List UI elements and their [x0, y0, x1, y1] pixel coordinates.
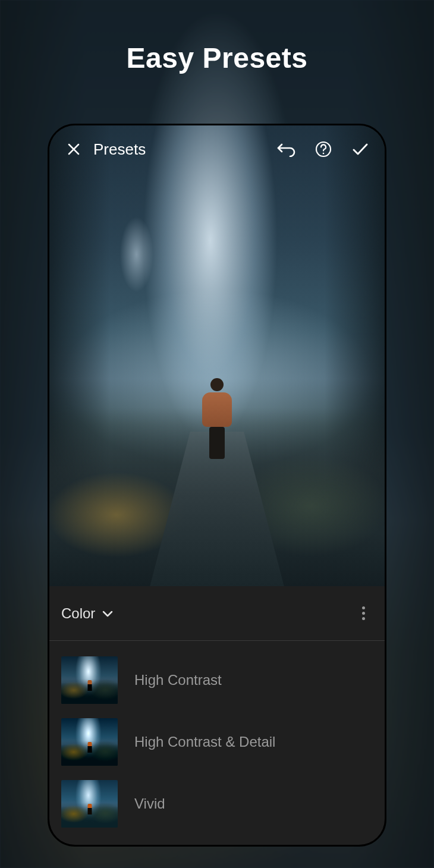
more-options-button[interactable] [354, 604, 373, 623]
undo-button[interactable] [274, 137, 299, 162]
phone-frame: Presets Color [48, 124, 386, 847]
check-icon [352, 143, 369, 156]
help-button[interactable] [311, 137, 336, 162]
editor-topbar: Presets [49, 125, 385, 173]
close-button[interactable] [61, 137, 86, 162]
preset-name-label: Vivid [134, 795, 165, 812]
category-label-text: Color [61, 605, 95, 622]
preset-list: High Contrast High Contrast & Detail Viv… [49, 641, 385, 845]
preset-thumbnail [61, 656, 118, 704]
preset-name-label: High Contrast & Detail [134, 734, 275, 750]
preset-item-high-contrast[interactable]: High Contrast [49, 649, 385, 711]
more-vertical-icon [362, 606, 365, 609]
preview-image[interactable]: Presets [49, 125, 385, 586]
confirm-button[interactable] [348, 137, 373, 162]
presets-panel: Color High Contrast High Contrast & Deta… [49, 586, 385, 845]
page-headline: Easy Presets [0, 42, 434, 74]
topbar-title: Presets [93, 140, 146, 159]
category-row: Color [49, 586, 385, 641]
help-icon [315, 141, 332, 158]
svg-point-3 [323, 153, 325, 155]
preview-scene-person [200, 378, 234, 461]
close-icon [67, 142, 81, 156]
preset-thumbnail [61, 718, 118, 766]
preset-name-label: High Contrast [134, 672, 222, 688]
chevron-down-icon [102, 610, 113, 617]
undo-icon [277, 141, 296, 157]
preset-item-vivid[interactable]: Vivid [49, 773, 385, 835]
category-dropdown[interactable]: Color [61, 605, 113, 622]
preset-thumbnail [61, 780, 118, 828]
preset-item-high-contrast-detail[interactable]: High Contrast & Detail [49, 711, 385, 773]
